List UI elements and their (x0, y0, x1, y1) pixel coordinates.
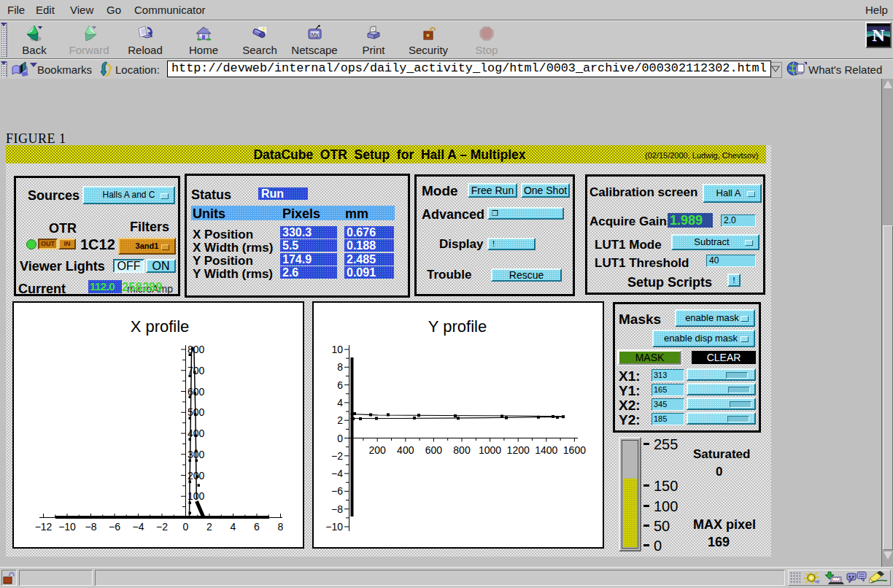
svg-text:N: N (872, 26, 885, 45)
svg-text:My: My (312, 31, 319, 38)
svg-text:8: 8 (337, 361, 343, 373)
svg-text:−4: −4 (133, 521, 144, 533)
svg-text:600: 600 (425, 444, 443, 456)
svg-text:4: 4 (337, 397, 343, 409)
svg-text:400: 400 (397, 444, 414, 456)
svg-text:−2: −2 (156, 521, 168, 533)
svg-text:6: 6 (337, 379, 343, 391)
svg-text:0: 0 (183, 521, 189, 533)
svg-text:10: 10 (331, 344, 343, 355)
svg-text:−10: −10 (325, 521, 343, 533)
svg-text:−8: −8 (85, 521, 97, 533)
svg-text:600: 600 (188, 386, 205, 398)
svg-text:−6: −6 (331, 485, 343, 497)
svg-text:800: 800 (453, 444, 471, 456)
svg-text:−4: −4 (331, 468, 343, 479)
svg-text:1200: 1200 (507, 444, 530, 456)
svg-text:−2: −2 (331, 450, 343, 462)
svg-text:1000: 1000 (479, 444, 501, 456)
svg-text:0: 0 (337, 433, 343, 444)
svg-text:700: 700 (188, 365, 205, 376)
svg-text:−8: −8 (331, 503, 343, 515)
svg-text:X profile: X profile (131, 317, 190, 336)
svg-text:4: 4 (231, 521, 236, 533)
svg-text:6: 6 (254, 521, 260, 533)
svg-text:2: 2 (337, 414, 343, 426)
svg-text:2: 2 (206, 521, 212, 533)
svg-text:1600: 1600 (563, 444, 586, 456)
svg-text:500: 500 (188, 406, 205, 418)
svg-text:−12: −12 (35, 521, 53, 533)
svg-text:−6: −6 (109, 521, 120, 533)
svg-text:−10: −10 (58, 521, 76, 533)
svg-text:200: 200 (369, 444, 387, 456)
svg-text:1400: 1400 (535, 444, 557, 456)
svg-text:Y profile: Y profile (428, 317, 487, 336)
svg-text:8: 8 (278, 521, 284, 533)
